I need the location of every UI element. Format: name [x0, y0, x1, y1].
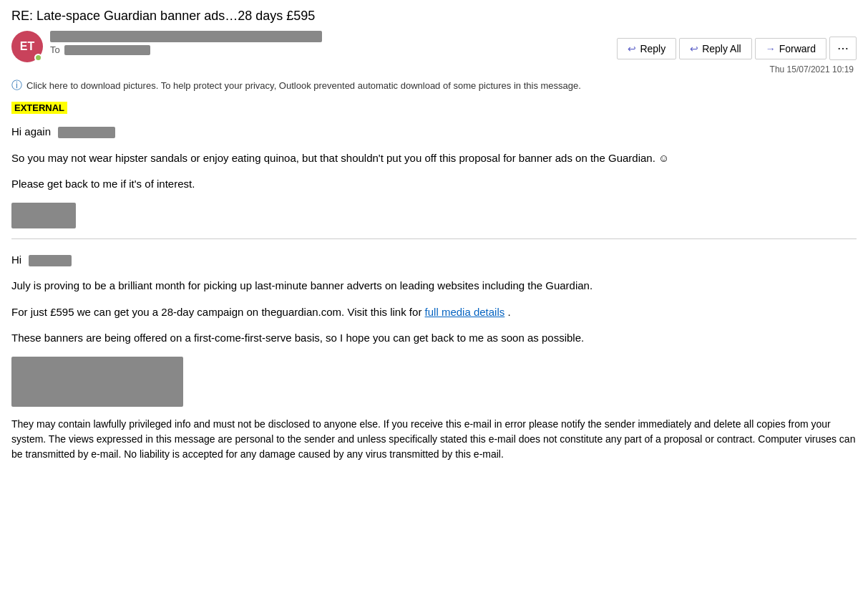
avatar-initials: ET [20, 40, 34, 53]
to-label: To [50, 44, 60, 55]
para1-text: So you may not wear hipster sandals or e… [11, 152, 655, 164]
para5: These banners are being offered on a fir… [11, 330, 857, 347]
info-bar: ⓘ Click here to download pictures. To he… [11, 79, 857, 92]
reply-button[interactable]: ↩ Reply [617, 38, 676, 59]
sender-area: ET To [11, 31, 617, 67]
reply-label: Reply [640, 43, 665, 54]
para4-post: . [507, 306, 510, 318]
sender-name-bar [50, 31, 617, 42]
subject-line: RE: Late-space Guardian banner ads…28 da… [11, 9, 857, 31]
para1: So you may not wear hipster sandals or e… [11, 150, 857, 167]
forward-icon: → [766, 43, 776, 54]
para4: For just £595 we can get you a 28-day ca… [11, 304, 857, 321]
para4-pre: For just £595 we can get you a 28-day ca… [11, 306, 421, 318]
right-top: ↩ Reply ↩ Reply All → Forward ⋯ Thu 1 [617, 31, 857, 74]
external-badge: EXTERNAL [11, 102, 67, 114]
email-body: Hi again So you may not wear hipster san… [11, 124, 857, 462]
forward-label: Forward [779, 43, 816, 54]
sender-row: ET To [11, 31, 617, 62]
sender-info: To [50, 31, 617, 55]
reply-icon: ↩ [628, 43, 636, 54]
more-dots-icon: ⋯ [837, 42, 849, 55]
signature-block-2 [11, 357, 183, 407]
greeting2-text: Hi [11, 254, 21, 266]
reply-all-label: Reply All [702, 43, 741, 54]
sender-name-redacted [50, 31, 322, 42]
para3: July is proving to be a brilliant month … [11, 278, 857, 294]
timestamp: Thu 15/07/2021 10:19 [770, 64, 857, 74]
top-section: ET To [11, 31, 857, 74]
avatar: ET [11, 31, 43, 62]
action-buttons: ↩ Reply ↩ Reply All → Forward ⋯ [617, 37, 857, 60]
presence-indicator [34, 54, 42, 62]
full-media-details-link[interactable]: full media details [425, 306, 505, 318]
to-row: To [50, 44, 617, 55]
para-greeting1: Hi again [11, 124, 857, 140]
to-redacted [64, 45, 150, 55]
reply-all-icon: ↩ [690, 43, 698, 54]
more-options-button[interactable]: ⋯ [829, 37, 857, 60]
signature-block-1 [11, 203, 76, 228]
redacted-name-2 [29, 255, 72, 266]
para2: Please get back to me if it's of interes… [11, 176, 857, 193]
reply-all-button[interactable]: ↩ Reply All [679, 38, 751, 59]
greeting1-text: Hi again [11, 125, 51, 138]
smiley-icon: ☺ [658, 152, 669, 164]
forward-button[interactable]: → Forward [755, 38, 826, 59]
info-icon: ⓘ [11, 79, 22, 92]
info-bar-text: Click here to download pictures. To help… [26, 80, 581, 91]
divider [11, 238, 857, 239]
disclaimer: They may contain lawfully privileged inf… [11, 417, 857, 462]
para-greeting2: Hi [11, 252, 857, 269]
redacted-name-1 [58, 127, 115, 138]
email-container: RE: Late-space Guardian banner ads…28 da… [0, 0, 868, 486]
